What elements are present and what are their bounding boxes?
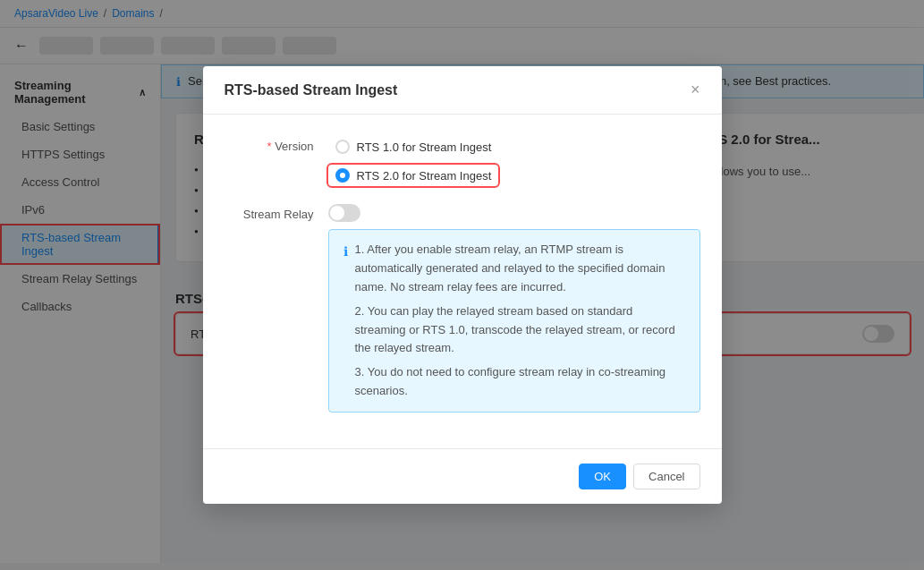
version-radio-group: RTS 1.0 for Stream Ingest RTS 2.0 for St… [328,136,499,186]
modal-body: Version RTS 1.0 for Stream Ingest RTS 2.… [203,115,722,447]
stream-relay-label: Stream Relay [225,204,314,221]
version-label: Version [225,136,314,153]
rts1-radio-circle [335,140,350,154]
rts1-radio-option[interactable]: RTS 1.0 for Stream Ingest [328,136,499,157]
info-text: 1. After you enable stream relay, an RTM… [355,241,685,400]
info-point-1: 1. After you enable stream relay, an RTM… [355,241,685,296]
stream-relay-info-box: ℹ 1. After you enable stream relay, an R… [328,229,700,412]
ok-button[interactable]: OK [579,464,626,489]
info-header: ℹ 1. After you enable stream relay, an R… [343,241,685,400]
modal-footer: OK Cancel [203,448,722,504]
modal-header: RTS-based Stream Ingest × [203,66,722,115]
modal-close-button[interactable]: × [691,81,700,99]
cancel-button[interactable]: Cancel [633,464,699,489]
rts2-radio-option[interactable]: RTS 2.0 for Stream Ingest [328,165,499,186]
modal: RTS-based Stream Ingest × Version RTS 1.… [203,66,722,503]
version-row: Version RTS 1.0 for Stream Ingest RTS 2.… [225,136,700,186]
relay-content: ℹ 1. After you enable stream relay, an R… [328,204,700,412]
modal-overlay: RTS-based Stream Ingest × Version RTS 1.… [0,0,924,563]
rts1-radio-label: RTS 1.0 for Stream Ingest [357,140,492,154]
info-icon-blue: ℹ [343,242,348,261]
stream-relay-toggle[interactable] [328,204,360,222]
rts2-radio-circle [335,168,350,183]
info-point-3: 3. You do not need to configure stream r… [355,363,685,401]
rts2-radio-label: RTS 2.0 for Stream Ingest [357,169,492,183]
modal-title: RTS-based Stream Ingest [225,82,398,98]
info-point-2: 2. You can play the relayed stream based… [355,302,685,358]
stream-relay-row: Stream Relay ℹ 1. After you enable strea… [225,204,700,412]
